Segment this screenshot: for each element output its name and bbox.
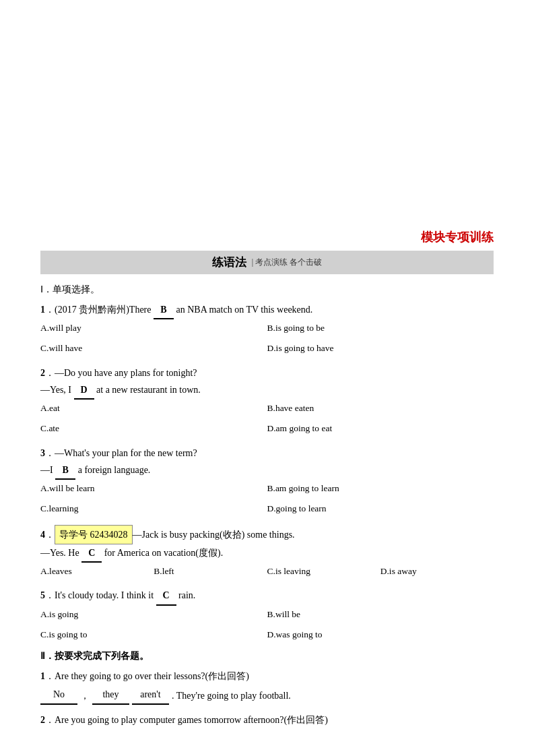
answer-q1: B: [154, 301, 174, 319]
option-b: B.have eaten: [267, 400, 494, 417]
answer-q2: D: [74, 381, 94, 400]
option-d: D.going to learn: [267, 500, 494, 517]
option-c: C.is going to: [40, 626, 267, 643]
question-4: 4．导学号 62434028—Jack is busy packing(收拾) …: [40, 525, 494, 581]
option-a: A.is going: [40, 606, 267, 623]
option-c: C.will have: [40, 340, 267, 357]
question-3: 3．—What's your plan for the new term? —I…: [40, 445, 494, 518]
question-1: 1．(2017 贵州黔南州)There B an NBA match on TV…: [40, 301, 494, 358]
exercise-1-answer: No ， they aren't . They're going to play…: [40, 686, 494, 704]
option-a: A.will play: [40, 319, 267, 337]
option-c: C.is leaving: [267, 563, 380, 580]
option-b: B.am going to learn: [267, 480, 494, 497]
answer-no: No: [40, 686, 77, 704]
answer-arent: aren't: [132, 686, 169, 704]
option-c: C.ate: [40, 420, 267, 437]
option-a: A.eat: [40, 400, 267, 417]
q5-options: A.is going B.will be C.is going to D.was…: [40, 606, 494, 644]
question-2: 2．—Do you have any plans for tonight? —Y…: [40, 365, 494, 438]
section-sub-title: | 考点演练 各个击破: [252, 257, 322, 268]
part2-label-text: Ⅱ．按要求完成下列各题。: [40, 651, 149, 661]
section-header: 练语法 | 考点演练 各个击破: [40, 251, 494, 274]
part1-label-text: Ⅰ．单项选择。: [40, 284, 100, 294]
option-d: D.is away: [380, 563, 494, 580]
answer-they: they: [92, 686, 129, 704]
q4-highlight: 导学号 62434028: [55, 525, 133, 544]
top-spacer: [40, 13, 494, 229]
part1-label: Ⅰ．单项选择。: [40, 284, 494, 296]
option-b: B.is going to be: [267, 319, 494, 337]
question-5: 5．It's cloudy today. I think it C rain. …: [40, 587, 494, 643]
option-b: B.left: [154, 563, 267, 580]
module-title-text: 模块专项训练: [421, 230, 494, 244]
part2-label: Ⅱ．按要求完成下列各题。: [40, 650, 494, 662]
exercise-1: 1．Are they going to go over their lesson…: [40, 668, 494, 704]
exercise-2: 2．Are you going to play computer games t…: [40, 712, 494, 728]
option-d: D.am going to eat: [267, 420, 494, 437]
option-a: A.leaves: [40, 563, 154, 580]
q4-options: A.leaves B.left C.is leaving D.is away: [40, 563, 494, 580]
option-b: B.will be: [267, 606, 494, 623]
option-a: A.will be learn: [40, 480, 267, 497]
module-title: 模块专项训练: [40, 229, 494, 245]
option-c: C.learning: [40, 500, 267, 517]
q1-options: A.will play B.is going to be C.will have…: [40, 319, 494, 358]
option-d: D.is going to have: [267, 340, 494, 357]
q2-options: A.eat B.have eaten C.ate D.am going to e…: [40, 400, 494, 438]
option-d: D.was going to: [267, 626, 494, 643]
answer-q3: B: [55, 462, 75, 480]
q3-options: A.will be learn B.am going to learn C.le…: [40, 480, 494, 518]
answer-q5: C: [156, 587, 176, 605]
answer-q4: C: [81, 544, 102, 563]
section-main-title: 练语法: [212, 255, 246, 270]
